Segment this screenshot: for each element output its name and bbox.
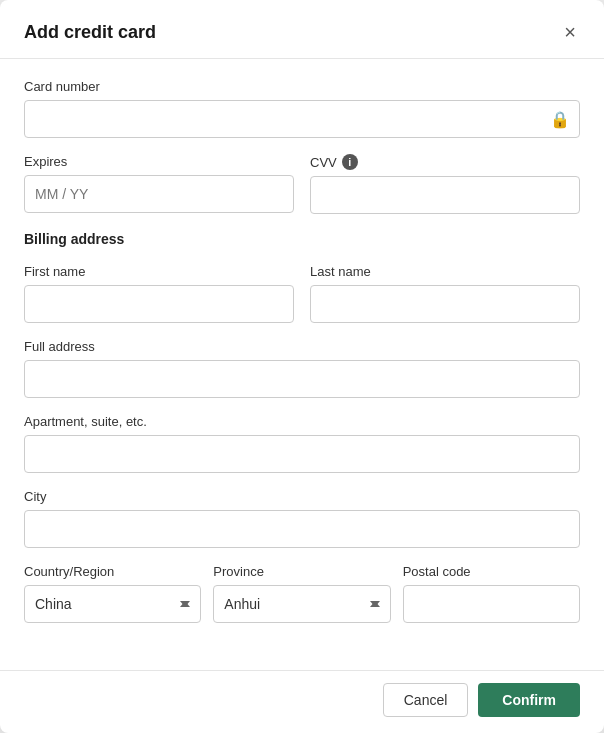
full-address-group: Full address [24,339,580,398]
card-number-input[interactable] [24,100,580,138]
expires-label: Expires [24,154,294,169]
full-address-input[interactable] [24,360,580,398]
cvv-label-row: CVV i [310,154,580,170]
modal-footer: Cancel Confirm [0,670,604,733]
province-group: Province Anhui [213,564,390,623]
expires-cvv-row: Expires CVV i [24,154,580,230]
apartment-label: Apartment, suite, etc. [24,414,580,429]
full-address-label: Full address [24,339,580,354]
postal-code-input[interactable] [403,585,580,623]
last-name-input[interactable] [310,285,580,323]
expires-input[interactable] [24,175,294,213]
name-row: First name Last name [24,264,580,339]
cvv-label: CVV [310,155,337,170]
city-label: City [24,489,580,504]
add-credit-card-modal: Add credit card × Card number 🔒 Expires … [0,0,604,733]
first-name-group: First name [24,264,294,323]
province-label: Province [213,564,390,579]
country-select[interactable]: China [24,585,201,623]
city-group: City [24,489,580,548]
close-button[interactable]: × [560,20,580,44]
first-name-label: First name [24,264,294,279]
postal-code-label: Postal code [403,564,580,579]
confirm-button[interactable]: Confirm [478,683,580,717]
postal-code-group: Postal code [403,564,580,623]
location-row: Country/Region China Province Anhui Post… [24,564,580,639]
first-name-input[interactable] [24,285,294,323]
country-group: Country/Region China [24,564,201,623]
last-name-group: Last name [310,264,580,323]
modal-title: Add credit card [24,22,156,43]
card-number-group: Card number 🔒 [24,79,580,138]
country-label: Country/Region [24,564,201,579]
cvv-group: CVV i [310,154,580,214]
apartment-input[interactable] [24,435,580,473]
modal-header: Add credit card × [0,0,604,59]
apartment-group: Apartment, suite, etc. [24,414,580,473]
expires-group: Expires [24,154,294,214]
last-name-label: Last name [310,264,580,279]
billing-address-label: Billing address [24,231,124,247]
billing-address-section: Billing address [24,230,580,248]
province-select[interactable]: Anhui [213,585,390,623]
cancel-button[interactable]: Cancel [383,683,469,717]
card-number-wrapper: 🔒 [24,100,580,138]
info-icon: i [342,154,358,170]
cvv-input[interactable] [310,176,580,214]
city-input[interactable] [24,510,580,548]
card-number-label: Card number [24,79,580,94]
modal-body: Card number 🔒 Expires CVV i Billing ad [0,59,604,670]
